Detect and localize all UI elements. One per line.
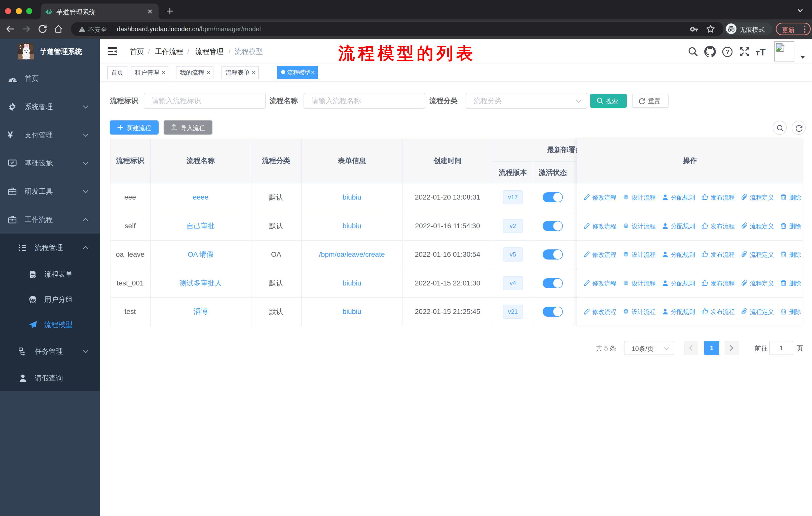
svg-text:?: ?	[725, 48, 729, 55]
svg-text:T: T	[756, 49, 760, 57]
svg-text:T: T	[760, 47, 766, 57]
